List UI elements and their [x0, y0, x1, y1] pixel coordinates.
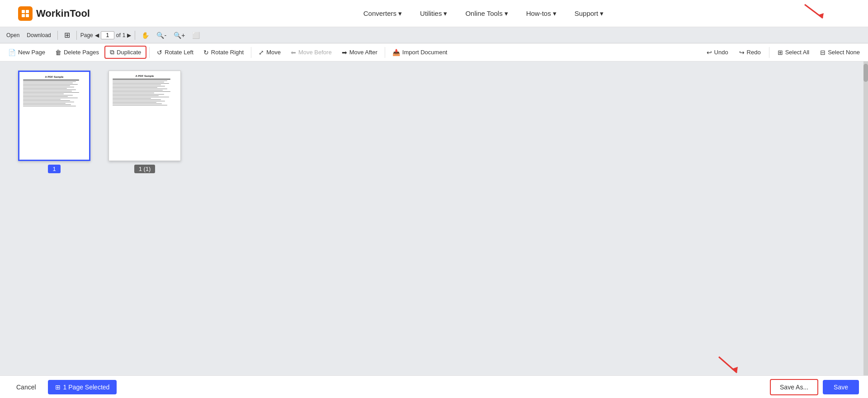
- svg-rect-1: [22, 10, 25, 13]
- pdf-line: [23, 87, 74, 87]
- page-content-2: A PDF Sample: [109, 71, 180, 161]
- page-of-label: of: [116, 32, 121, 38]
- move-before-button[interactable]: ⬅ Move Before: [286, 47, 336, 58]
- page-selected-icon: ⊞: [55, 384, 61, 391]
- page-total: 1: [123, 32, 126, 38]
- pdf-line: [113, 79, 170, 80]
- pdf-line: [23, 91, 72, 91]
- separator: [57, 31, 58, 40]
- pdf-line: [23, 88, 67, 89]
- svg-rect-2: [26, 10, 29, 13]
- hand-tool-button[interactable]: ✋: [139, 31, 152, 40]
- chevron-down-icon: ▾: [443, 9, 447, 18]
- pdf-line: [23, 94, 64, 94]
- nav-how-tos[interactable]: How-tos ▾: [526, 9, 557, 18]
- pdf-line: [23, 81, 76, 82]
- workin-tool-logo-icon: [18, 6, 33, 21]
- logo-area: WorkinTool: [18, 6, 90, 21]
- fit-page-button[interactable]: ⬜: [189, 31, 203, 40]
- pdf-line: [113, 85, 161, 85]
- pdf-line: [23, 103, 66, 104]
- svg-rect-0: [18, 6, 33, 21]
- scrollbar[interactable]: [863, 62, 868, 375]
- pdf-line: [23, 83, 73, 83]
- separator: [135, 31, 135, 40]
- pdf-line: [113, 95, 159, 96]
- scrollbar-thumb[interactable]: [863, 64, 868, 82]
- page-selected-button[interactable]: ⊞ 1 Page Selected: [48, 380, 117, 394]
- separator: [76, 31, 77, 40]
- delete-pages-icon: 🗑: [55, 49, 61, 56]
- duplicate-icon: ⧉: [110, 48, 114, 56]
- delete-pages-button[interactable]: 🗑 Delete Pages: [51, 47, 104, 58]
- chevron-down-icon: ▾: [505, 9, 508, 18]
- pdf-line: [113, 94, 164, 95]
- pdf-title-2: A PDF Sample: [113, 75, 177, 77]
- duplicate-button[interactable]: ⧉ Duplicate: [104, 46, 146, 59]
- page-next-btn[interactable]: ▶: [127, 32, 131, 38]
- new-page-button[interactable]: 📄 New Page: [4, 47, 50, 58]
- pdf-line: [23, 85, 70, 86]
- page-container-1: A PDF Sample: [18, 71, 90, 173]
- page-thumbnail-2[interactable]: A PDF Sample: [108, 71, 181, 161]
- undo-button[interactable]: ↩ Undo: [702, 47, 733, 58]
- nav-utilities[interactable]: Utilities ▾: [420, 9, 447, 18]
- download-button[interactable]: Download: [24, 31, 53, 39]
- chevron-down-icon: ▾: [600, 9, 604, 18]
- main-content: A PDF Sample: [0, 62, 868, 375]
- separator: [769, 47, 769, 58]
- pdf-line: [113, 90, 163, 90]
- rotate-left-icon: ↺: [157, 49, 162, 56]
- open-button[interactable]: Open: [4, 31, 22, 39]
- nav-support[interactable]: Support ▾: [575, 9, 604, 18]
- nav-converters[interactable]: Converters ▾: [363, 9, 402, 18]
- pdf-line: [113, 89, 167, 89]
- page-content-1: A PDF Sample: [19, 72, 89, 160]
- arrow-indicator-bottom: [710, 355, 755, 382]
- select-all-button[interactable]: ⊞ Select All: [773, 47, 814, 58]
- save-button[interactable]: Save: [823, 380, 859, 394]
- page-label: Page: [80, 32, 93, 38]
- pdf-line: [23, 80, 79, 81]
- import-document-button[interactable]: 📥 Import Document: [388, 47, 452, 58]
- page-number-input[interactable]: [101, 31, 114, 39]
- pdf-line: [23, 90, 76, 90]
- action-toolbar: 📄 New Page 🗑 Delete Pages ⧉ Duplicate ↺ …: [0, 43, 868, 62]
- pdf-line: [23, 92, 79, 93]
- pdf-line: [113, 97, 169, 97]
- cancel-button[interactable]: Cancel: [9, 380, 43, 394]
- rotate-right-button[interactable]: ↻ Rotate Right: [199, 47, 248, 58]
- bottom-left: Cancel ⊞ 1 Page Selected: [9, 380, 117, 394]
- svg-marker-8: [731, 367, 738, 373]
- pdf-line: [113, 83, 169, 84]
- page-label-1: 1: [48, 165, 60, 173]
- pdf-line: [113, 91, 170, 92]
- pdf-line: [23, 95, 73, 95]
- pdf-line: [113, 98, 151, 99]
- page-prev-btn[interactable]: ◀: [95, 32, 99, 38]
- pdf-line: [113, 104, 162, 104]
- zoom-in-button[interactable]: 🔍+: [171, 31, 188, 40]
- chevron-down-icon: ▾: [553, 9, 557, 18]
- pdf-line: [113, 81, 167, 81]
- save-as-button[interactable]: Save As...: [770, 379, 818, 395]
- toolbar-top: Open Download ⊞ Page ◀ of 1 ▶ ✋ 🔍- 🔍+ ⬜: [0, 27, 868, 43]
- page-thumbnail-1[interactable]: A PDF Sample: [18, 71, 90, 161]
- grid-view-button[interactable]: ⊞: [61, 30, 73, 40]
- pdf-title-1: A PDF Sample: [23, 76, 85, 78]
- new-page-icon: 📄: [8, 49, 16, 56]
- move-button[interactable]: ⤢ Move: [254, 47, 285, 58]
- pdf-line: [113, 82, 164, 82]
- page-label-2: 1 (1): [134, 165, 156, 173]
- pdf-line: [113, 93, 154, 93]
- select-none-button[interactable]: ⊟ Select None: [816, 47, 864, 58]
- pdf-line: [23, 106, 76, 106]
- redo-button[interactable]: ↪ Redo: [735, 47, 765, 58]
- logo-text: WorkinTool: [36, 8, 90, 19]
- rotate-left-button[interactable]: ↺ Rotate Left: [152, 47, 198, 58]
- move-after-button[interactable]: ➡ Move After: [337, 47, 382, 58]
- page-container-2: A PDF Sample: [108, 71, 181, 173]
- zoom-out-button[interactable]: 🔍-: [154, 31, 169, 40]
- nav-online-tools[interactable]: Online Tools ▾: [465, 9, 508, 18]
- pdf-line: [23, 104, 71, 105]
